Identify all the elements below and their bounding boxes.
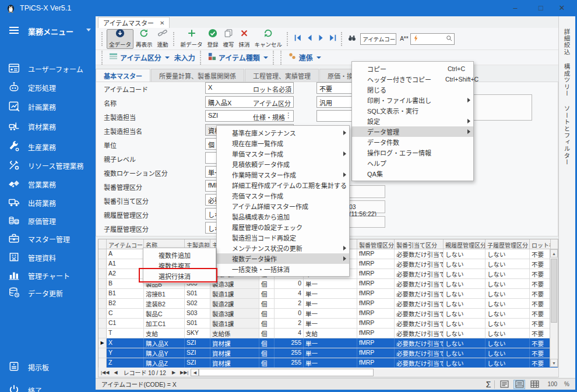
data-mgmt-menu-item-12[interactable]: メンテナンス状況の更新 <box>217 243 349 253</box>
data-mgmt-menu-item-4[interactable]: 見積依頼データ作成 <box>217 159 349 169</box>
nav-prev-button[interactable] <box>304 33 315 45</box>
context-menu-item-11[interactable]: QA集 <box>352 168 473 179</box>
sidebar-header[interactable]: 業務メニュー <box>0 21 96 38</box>
document-tab[interactable]: アイテムマスター ✕ <box>98 17 170 28</box>
toolbar-button-1[interactable]: 全データ <box>107 29 133 49</box>
data-mgmt-menu-item-9[interactable]: 製品構成表から追加 <box>217 211 349 222</box>
sidebar-item-8[interactable]: 出荷業務 <box>0 195 96 210</box>
context-menu-item-10[interactable]: ヘルプ <box>352 158 473 168</box>
sidebar-item-2[interactable]: 定形処理 <box>0 79 96 94</box>
data-mgmt-menu-item-6[interactable]: 詳細工程作成アイテムの工期を集計する <box>217 180 349 190</box>
right-panel-tab-2[interactable]: 構成ツリー <box>563 59 572 101</box>
right-panel-tab-3[interactable]: ソートとフィルター <box>563 101 572 170</box>
column-header[interactable]: 親履歴管理区分 <box>444 239 485 249</box>
context-menu-item-9[interactable]: 操作ログ・エラー情報 <box>352 147 473 158</box>
sidebar-item-1[interactable]: ユーザーフォーム <box>0 61 96 76</box>
context-menu-item-3[interactable]: 閉じる <box>352 84 473 95</box>
tab-close-icon[interactable]: ✕ <box>160 20 164 26</box>
item-category-filter[interactable]: アイテム区分 <box>109 52 170 63</box>
hscrollbar-track[interactable] <box>374 369 565 376</box>
context-menu-item-7[interactable]: データ管理 <box>352 126 473 137</box>
toolbar-button-2[interactable]: 再表示 <box>133 29 155 49</box>
toolbar-button-3[interactable]: 連動 <box>155 29 171 49</box>
not-entered-filter[interactable]: 未入力 <box>174 52 195 62</box>
column-header[interactable]: 製番管理区分 <box>357 239 395 249</box>
scroll-down-icon[interactable]: ▼ <box>550 359 558 367</box>
data-mgmt-menu-item-14[interactable]: 一括変換・一括抹消 <box>217 264 349 274</box>
right-panel-tab-1[interactable]: 詳細絞込 <box>563 24 572 59</box>
grid-vertical-scrollbar[interactable]: ▲ ▼ <box>550 249 558 367</box>
context-menu-item-1[interactable]: コピーCtrl+C <box>352 63 473 74</box>
minimize-button[interactable]: – <box>507 2 523 14</box>
tab-3[interactable]: 工程管理、実績管理 <box>245 69 319 82</box>
table-row[interactable]: B1溶接B1S01製造1課個4単一fMRP必要数だけ引当てしないしない不要 <box>98 289 558 299</box>
scrollbar-thumb[interactable] <box>551 259 557 323</box>
data-mgmt-menu-item-7[interactable]: 売価マスター作成 <box>217 190 349 201</box>
nav-last-button[interactable] <box>327 33 339 45</box>
data-mgmt-menu-item-1[interactable]: 基準在庫メンテナンス <box>217 128 349 138</box>
column-header[interactable]: アイテムコード <box>107 239 144 249</box>
context-menu-item-6[interactable]: 設定 <box>352 116 473 126</box>
data-mgmt-menu-item-8[interactable]: アイテム詳細マスター作成 <box>217 201 349 211</box>
tab-2[interactable]: 所要量計算、製番展開関係 <box>151 69 244 82</box>
sidebar-item-15[interactable]: 終了 <box>0 382 96 392</box>
data-mgmt-menu-item-13[interactable]: 複数データ操作 <box>217 253 349 264</box>
context-menu-item-4[interactable]: 印刷・ファイル書出し <box>352 95 473 105</box>
data-mgmt-menu-item-10[interactable]: 履歴管理の設定チェック <box>217 222 349 232</box>
column-header[interactable]: 製番引当て区分 <box>395 239 444 249</box>
scroll-up-icon[interactable]: ▲ <box>550 249 558 257</box>
sidebar-item-11[interactable]: 管理資料 <box>0 249 96 264</box>
context-menu-item-2[interactable]: ヘッダー付きでコピーCtrl+Shift+C <box>352 74 473 84</box>
hscroll-left-icon[interactable]: ◀ <box>191 369 199 376</box>
item-type-filter[interactable]: アイテム種類 <box>207 52 268 63</box>
table-row[interactable]: B2塗装B2S02製造2課個2単一fMRP必要数だけ引当てしないしない不要 <box>98 299 558 309</box>
sidebar-item-14[interactable]: 掲示板 <box>0 359 96 374</box>
quick-search-input[interactable] <box>410 33 455 45</box>
hscrollbar-thumb[interactable] <box>199 369 374 376</box>
toolbar-button-4[interactable]: 新データ <box>178 29 205 49</box>
tab-1[interactable]: 基本マスター <box>96 69 150 82</box>
toolbar-button-7[interactable]: 抹消 <box>237 29 252 49</box>
data-mgmt-menu-item-3[interactable]: 単価マスター作成 <box>217 149 349 159</box>
data-mgmt-menu-item-2[interactable]: 現在在庫一覧作成 <box>217 138 349 149</box>
search-field-select[interactable]: アイテムコード <box>360 33 396 45</box>
nav-first-button[interactable] <box>292 33 304 45</box>
column-header[interactable]: ロット名 <box>530 239 551 249</box>
sidebar-item-9[interactable]: 原価管理 <box>0 213 96 228</box>
maximize-button[interactable]: □ <box>533 2 549 14</box>
kebab-menu-icon[interactable]: ⋮ <box>285 111 292 119</box>
view-list-icon[interactable] <box>498 380 510 389</box>
data-mgmt-menu-item-11[interactable]: 製造担当コード再設定 <box>217 232 349 243</box>
context-menu-item-5[interactable]: SQL文表示・実行 <box>352 105 473 116</box>
sidebar-item-10[interactable]: マスター管理 <box>0 231 96 246</box>
sidebar-item-3[interactable]: 計画業務 <box>0 98 96 114</box>
table-row[interactable]: Y購入品YSZI資材課個255単一fMRP必要数だけ引当てしないしない不要 <box>98 348 558 358</box>
link-menu[interactable]: 連係 <box>288 52 321 63</box>
table-row[interactable]: C製品CS03製造3課個0単一fMRP必要数だけ引当てしないしない不要 <box>98 309 558 319</box>
multi-menu-item-1[interactable]: 複数件追加 <box>143 250 216 260</box>
sidebar-item-4[interactable]: 資材業務 <box>0 118 96 133</box>
pager-first-icon[interactable]: |◀◀ <box>98 370 111 375</box>
table-row[interactable]: T支給SKY支給係個4支給fMRP必要数だけ引当てしないしない不要 <box>98 329 558 338</box>
sidebar-item-13[interactable]: データ更新 <box>0 285 96 300</box>
pager-next-icon[interactable]: ▶ <box>170 370 178 375</box>
table-row[interactable]: C1加工C1S01製造1課個2単一fMRP必要数だけ引当てしないしない不要 <box>98 319 558 329</box>
sidebar-item-7[interactable]: 営業業務 <box>0 176 96 191</box>
sigma-summary-icon[interactable]: Σ <box>486 380 491 389</box>
data-mgmt-menu-item-5[interactable]: 作業時間マスター作成 <box>217 169 349 180</box>
find-button[interactable] <box>346 33 358 45</box>
sidebar-item-12[interactable]: 管理チャート <box>0 267 96 282</box>
pager-last-icon[interactable]: ▶▶| <box>178 370 191 375</box>
view-form-icon[interactable] <box>513 380 525 389</box>
toolbar-button-5[interactable]: 登録 <box>205 29 221 49</box>
context-menu-item-8[interactable]: データ件数 <box>352 137 473 147</box>
close-button[interactable]: ✕ <box>554 2 570 14</box>
sidebar-item-5[interactable]: 生産業務 <box>0 139 96 154</box>
sidebar-item-6[interactable]: リソース管理業務 <box>0 157 96 172</box>
toolbar-button-8[interactable]: キャンセル <box>252 29 285 49</box>
table-row[interactable]: ▶X購入品XSZI資材課個255単一fMRP必要数だけ引当てしないしない不要 <box>98 338 558 348</box>
toolbar-button-6[interactable]: 複写 <box>221 29 237 49</box>
view-grid-icon[interactable] <box>529 380 540 389</box>
column-header[interactable]: 子履歴管理区分 <box>485 239 530 249</box>
pager-prev-icon[interactable]: ◀ <box>111 370 119 375</box>
